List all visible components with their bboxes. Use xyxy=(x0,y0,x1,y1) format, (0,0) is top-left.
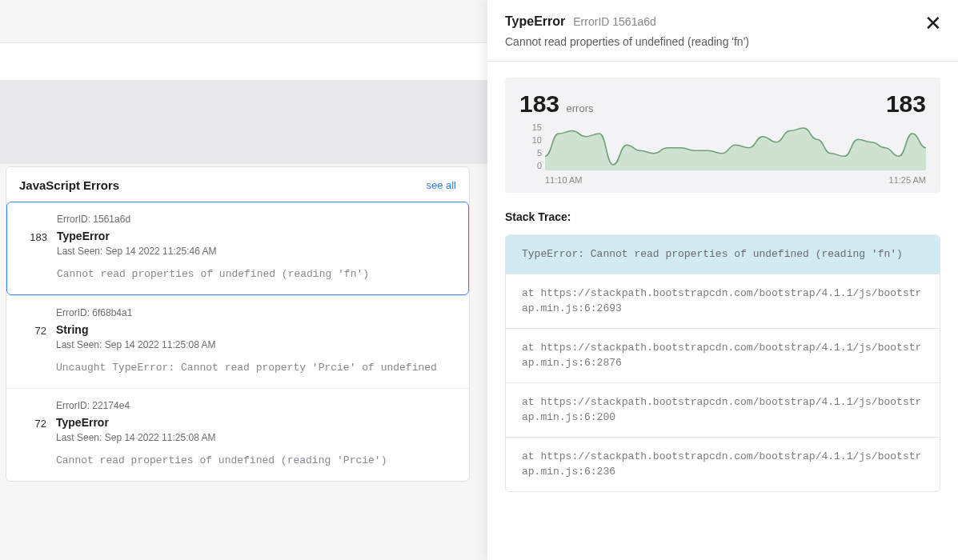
error-message: Uncaught TypeError: Cannot read property… xyxy=(56,362,458,374)
error-count: 72 xyxy=(18,400,56,466)
chart-x-axis: 11:10 AM11:25 AM xyxy=(545,175,926,185)
stack-frame: at https://stackpath.bootstrapcdn.com/bo… xyxy=(506,382,940,437)
close-icon[interactable]: ✕ xyxy=(924,13,942,34)
x-tick: 11:10 AM xyxy=(545,175,582,185)
chart-right-value: 183 xyxy=(886,90,926,118)
drawer-body: 183 errors 183 151050 11:10 AM11:25 AM S… xyxy=(487,62,958,560)
stack-frame: at https://stackpath.bootstrapcdn.com/bo… xyxy=(506,328,940,382)
error-row[interactable]: 72ErrorID: 6f68b4a1StringLast Seen: Sep … xyxy=(6,295,469,388)
drawer-error-id: ErrorID 1561a6d xyxy=(573,15,656,28)
chart-total-label: errors xyxy=(567,102,594,114)
stack-trace-list: TypeError: Cannot read properties of und… xyxy=(505,234,940,492)
drawer-message: Cannot read properties of undefined (rea… xyxy=(505,35,940,48)
stack-frame: at https://stackpath.bootstrapcdn.com/bo… xyxy=(506,437,940,491)
error-detail-drawer: TypeError ErrorID 1561a6d Cannot read pr… xyxy=(487,0,958,560)
chart-total: 183 errors xyxy=(519,90,593,118)
y-tick: 0 xyxy=(519,161,542,170)
error-row[interactable]: 183ErrorID: 1561a6dTypeErrorLast Seen: S… xyxy=(6,202,469,295)
stack-trace-heading: Stack Trace: xyxy=(505,210,940,223)
error-info: ErrorID: 22174e4TypeErrorLast Seen: Sep … xyxy=(56,400,458,466)
error-type: String xyxy=(56,323,458,336)
error-last-seen: Last Seen: Sep 14 2022 11:25:08 AM xyxy=(56,339,458,350)
panel-title: JavaScript Errors xyxy=(19,178,119,192)
error-info: ErrorID: 6f68b4a1StringLast Seen: Sep 14… xyxy=(56,307,458,374)
js-errors-panel: JavaScript Errors see all 183ErrorID: 15… xyxy=(6,166,470,482)
x-tick: 11:25 AM xyxy=(889,175,926,185)
y-tick: 15 xyxy=(519,122,542,132)
error-type: TypeError xyxy=(57,230,457,242)
error-info: ErrorID: 1561a6dTypeErrorLast Seen: Sep … xyxy=(57,214,457,280)
panel-header: JavaScript Errors see all xyxy=(6,167,469,202)
chart-svg-wrap xyxy=(545,122,926,170)
error-row[interactable]: 72ErrorID: 22174e4TypeErrorLast Seen: Se… xyxy=(6,388,469,481)
error-count-chart: 183 errors 183 151050 11:10 AM11:25 AM xyxy=(505,78,940,193)
chart-total-value: 183 xyxy=(519,90,559,117)
error-message: Cannot read properties of undefined (rea… xyxy=(57,268,457,280)
sparkline-svg xyxy=(545,122,926,170)
error-count: 72 xyxy=(18,307,56,374)
error-id: ErrorID: 22174e4 xyxy=(56,400,458,411)
error-type: TypeError xyxy=(56,416,458,429)
error-list: 183ErrorID: 1561a6dTypeErrorLast Seen: S… xyxy=(6,202,469,481)
drawer-header: TypeError ErrorID 1561a6d Cannot read pr… xyxy=(487,0,958,62)
see-all-link[interactable]: see all xyxy=(426,179,456,191)
chart-area: 151050 11:10 AM11:25 AM xyxy=(519,122,926,185)
error-count: 183 xyxy=(18,214,57,280)
stack-frame: TypeError: Cannot read properties of und… xyxy=(506,235,940,274)
y-tick: 10 xyxy=(519,135,542,145)
y-tick: 5 xyxy=(519,148,542,158)
error-id: ErrorID: 6f68b4a1 xyxy=(56,307,458,318)
error-id: ErrorID: 1561a6d xyxy=(57,214,457,225)
error-last-seen: Last Seen: Sep 14 2022 11:25:46 AM xyxy=(57,246,457,257)
drawer-title: TypeError xyxy=(505,14,565,29)
error-message: Cannot read properties of undefined (rea… xyxy=(56,454,458,466)
error-last-seen: Last Seen: Sep 14 2022 11:25:08 AM xyxy=(56,432,458,443)
chart-y-axis: 151050 xyxy=(519,122,542,170)
stack-frame: at https://stackpath.bootstrapcdn.com/bo… xyxy=(506,274,940,328)
